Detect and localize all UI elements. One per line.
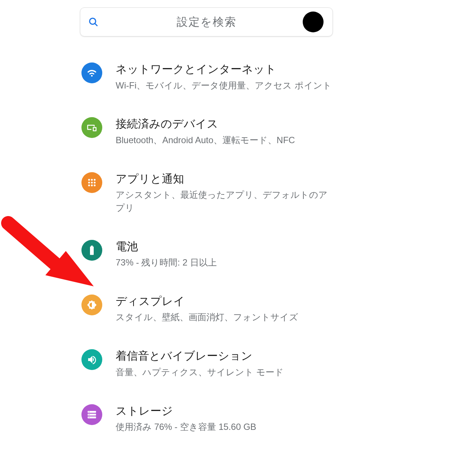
settings-item-battery[interactable]: 電池 73% - 残り時間: 2 日以上 <box>80 232 333 276</box>
svg-point-6 <box>91 181 93 183</box>
sound-icon <box>81 349 102 370</box>
profile-avatar[interactable] <box>303 12 324 32</box>
item-title: ストレージ <box>116 403 333 419</box>
svg-point-15 <box>89 414 89 415</box>
svg-point-14 <box>89 411 89 412</box>
brightness-icon <box>81 295 102 315</box>
svg-point-8 <box>88 184 90 186</box>
svg-point-10 <box>94 184 96 186</box>
settings-item-display[interactable]: ディスプレイ スタイル、壁紙、画面消灯、フォントサイズ <box>80 287 333 331</box>
item-title: ディスプレイ <box>116 294 333 309</box>
settings-item-storage[interactable]: ストレージ 使用済み 76% - 空き容量 15.60 GB <box>80 397 333 440</box>
svg-point-5 <box>88 181 90 183</box>
settings-item-sound[interactable]: 着信音とバイブレーション 音量、ハプティクス、サイレント モード <box>80 342 333 385</box>
settings-item-apps[interactable]: アプリと通知 アシスタント、最近使ったアプリ、デフォルトのアプリ <box>80 165 333 221</box>
svg-point-16 <box>89 417 89 418</box>
svg-line-1 <box>95 23 97 26</box>
battery-icon <box>81 240 102 261</box>
item-subtitle: Bluetooth、Android Auto、運転モード、NFC <box>116 134 333 147</box>
svg-point-7 <box>94 181 96 183</box>
settings-list: ネットワークとインターネット Wi-Fi、モバイル、データ使用量、アクセス ポイ… <box>80 55 333 440</box>
item-subtitle: 使用済み 76% - 空き容量 15.60 GB <box>116 421 333 434</box>
item-title: アプリと通知 <box>116 171 333 187</box>
search-placeholder: 設定を検索 <box>80 15 332 30</box>
settings-item-connected-devices[interactable]: 接続済みのデバイス Bluetooth、Android Auto、運転モード、N… <box>80 110 333 153</box>
devices-icon <box>81 117 102 138</box>
svg-point-9 <box>91 184 93 186</box>
item-subtitle: スタイル、壁紙、画面消灯、フォントサイズ <box>116 311 333 324</box>
svg-point-2 <box>88 179 90 181</box>
svg-point-3 <box>91 179 93 181</box>
apps-icon <box>81 172 102 193</box>
search-icon <box>88 16 99 28</box>
item-title: 着信音とバイブレーション <box>116 348 333 364</box>
svg-point-4 <box>94 179 96 181</box>
item-subtitle: Wi-Fi、モバイル、データ使用量、アクセス ポイント <box>116 79 333 92</box>
item-subtitle: 73% - 残り時間: 2 日以上 <box>116 256 333 269</box>
item-subtitle: 音量、ハプティクス、サイレント モード <box>116 366 333 379</box>
item-title: 電池 <box>116 239 333 254</box>
item-title: 接続済みのデバイス <box>116 116 333 132</box>
settings-search-bar[interactable]: 設定を検索 <box>80 7 333 36</box>
item-title: ネットワークとインターネット <box>116 62 333 77</box>
storage-icon <box>81 404 102 425</box>
item-subtitle: アシスタント、最近使ったアプリ、デフォルトのアプリ <box>116 189 333 215</box>
wifi-icon <box>81 62 102 83</box>
settings-item-network[interactable]: ネットワークとインターネット Wi-Fi、モバイル、データ使用量、アクセス ポイ… <box>80 55 333 99</box>
